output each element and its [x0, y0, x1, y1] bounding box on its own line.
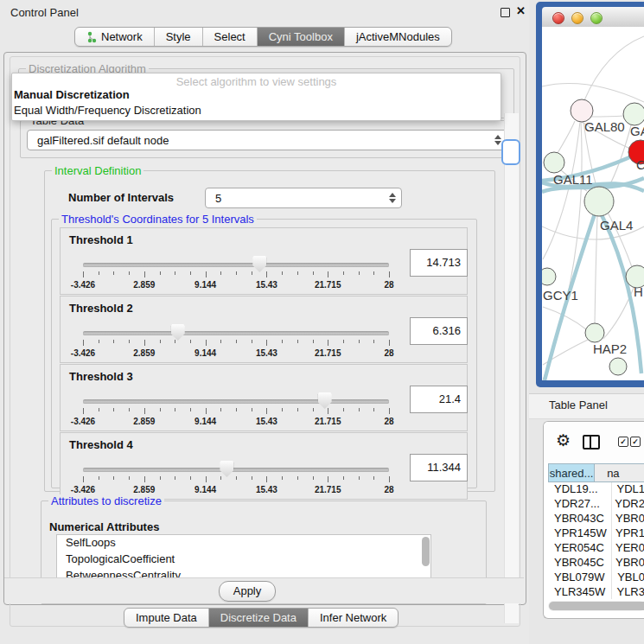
close-traffic-light-icon[interactable]: [552, 12, 564, 24]
threshold-value-field[interactable]: 6.316: [410, 317, 468, 345]
algorithm-option[interactable]: Manual Discretization: [14, 88, 130, 101]
threshold-slider-thumb[interactable]: [171, 324, 185, 341]
network-view-window: GAL80GACGAL11GAL4GCY1HHAP2: [536, 2, 644, 387]
tab-impute-data[interactable]: Impute Data: [124, 609, 208, 627]
network-node[interactable]: [623, 103, 644, 125]
table-cell: YPR145W: [548, 526, 609, 541]
slider-tick: [266, 408, 267, 414]
slider-tick: [113, 271, 114, 275]
network-graph: GAL80GACGAL11GAL4GCY1HHAP2: [542, 27, 644, 380]
threshold-slider-track[interactable]: [83, 331, 389, 335]
table-hscrollbar-thumb[interactable]: [549, 602, 644, 610]
slider-tick: [343, 476, 344, 480]
table-cell: YDR2: [609, 497, 644, 512]
table-row[interactable]: YBR043CYBR0: [548, 512, 644, 526]
tab-label: Impute Data: [136, 611, 197, 624]
gear-icon[interactable]: ⚙: [556, 432, 571, 449]
slider-tick-label: 28: [384, 348, 393, 358]
slider-tick: [99, 476, 99, 480]
top-tab-bar: NetworkStyleSelectCyni ToolboxjActiveMNo…: [74, 27, 452, 47]
table-cell: YDL19...: [548, 482, 610, 497]
apply-button[interactable]: Apply: [219, 581, 276, 602]
slider-tick: [160, 476, 161, 480]
table-row[interactable]: YDR27...YDR2: [548, 497, 644, 512]
network-node-label: GAL80: [584, 119, 625, 134]
number-of-intervals-combobox[interactable]: 5: [205, 188, 402, 208]
network-node[interactable]: [542, 268, 556, 285]
table-cell: YBL079W: [548, 571, 611, 585]
table-data-combobox[interactable]: galFiltered.sif default node: [27, 130, 507, 150]
slider-tick: [206, 408, 207, 414]
numerical-attributes-list[interactable]: SelfLoopsTopologicalCoefficientBetweenne…: [56, 534, 431, 579]
slider-tick-label: 15.43: [256, 348, 277, 358]
slider-tick-label: 9.144: [194, 348, 216, 358]
attribute-list-item[interactable]: TopologicalCoefficient: [57, 552, 430, 568]
float-window-icon[interactable]: [501, 8, 510, 17]
network-icon: [86, 31, 97, 43]
table-hscrollbar-track[interactable]: [548, 601, 644, 611]
table-cell: YBR045C: [548, 556, 609, 571]
threshold-value-field[interactable]: 21.4: [410, 386, 468, 413]
slider-tick: [144, 340, 145, 346]
slider-tick: [220, 408, 221, 411]
checkbox-checked-icon[interactable]: ✓: [630, 437, 641, 447]
table-row[interactable]: YPR145WYPR1: [548, 526, 644, 541]
slider-tick: [297, 340, 298, 343]
slider-tick: [175, 408, 175, 411]
slider-tick: [389, 476, 390, 482]
minimize-traffic-light-icon[interactable]: [571, 12, 583, 24]
threshold-value-field[interactable]: 14.713: [410, 249, 468, 277]
network-node[interactable]: [609, 358, 627, 375]
slider-tick-label: 9.144: [194, 417, 216, 426]
tab-cyni-toolbox[interactable]: Cyni Toolbox: [257, 28, 344, 46]
slider-tick: [359, 476, 360, 480]
cyni-toolbox-panel: Discretization Algorithm Table Data galF…: [3, 52, 526, 605]
table-cell: YER0: [609, 541, 644, 556]
zoom-traffic-light-icon[interactable]: [590, 12, 603, 24]
table-row[interactable]: YER054CYER0: [548, 541, 644, 556]
algorithm-option[interactable]: Equal Width/Frequency Discretization: [14, 104, 201, 117]
slider-tick: [144, 476, 145, 482]
slider-tick: [389, 340, 390, 346]
table-row[interactable]: YLR345WYLR3: [548, 585, 644, 599]
tab-network[interactable]: Network: [75, 28, 154, 46]
slider-tick: [297, 476, 298, 480]
tab-jactivemnodules[interactable]: jActiveMNodules: [344, 28, 451, 46]
threshold-value-field[interactable]: 11.344: [410, 454, 468, 481]
network-canvas[interactable]: GAL80GACGAL11GAL4GCY1HHAP2: [542, 27, 644, 380]
tab-infer-network[interactable]: Infer Network: [308, 609, 398, 627]
slider-tick: [373, 271, 374, 275]
threshold-slider-track[interactable]: [83, 468, 389, 472]
list-scrollbar[interactable]: [422, 537, 430, 566]
network-node[interactable]: [584, 187, 614, 216]
column-header-name[interactable]: na: [595, 463, 644, 482]
split-panel-icon[interactable]: [583, 435, 600, 450]
tab-style[interactable]: Style: [154, 28, 202, 46]
tab-select[interactable]: Select: [202, 28, 257, 46]
network-node[interactable]: [544, 152, 564, 173]
panel-scrollbar-track[interactable]: [504, 113, 519, 623]
slider-tick: [144, 271, 145, 277]
slider-tick-label: 15.43: [256, 280, 277, 290]
threshold-slider-thumb[interactable]: [252, 256, 266, 272]
threshold-slider-thumb[interactable]: [318, 392, 332, 409]
tab-discretize-data[interactable]: Discretize Data: [208, 609, 308, 627]
table-row[interactable]: YBR045CYBR0: [548, 556, 644, 571]
table-row[interactable]: YDL19...YDL1: [548, 482, 644, 497]
column-header-shared-name[interactable]: shared...: [548, 463, 595, 482]
table-cell: YBR043C: [548, 512, 609, 526]
threshold-slider-track[interactable]: [83, 399, 389, 404]
slider-tick: [175, 476, 175, 480]
threshold-slider-thumb[interactable]: [220, 461, 233, 477]
network-node[interactable]: [585, 323, 604, 342]
table-row[interactable]: YBL079WYBL0: [548, 571, 644, 585]
table-cell: YBR0: [609, 556, 644, 571]
threshold-panel: Threshold 1-3.4262.8599.14415.4321.71528…: [60, 227, 468, 295]
network-node-label: HAP2: [593, 341, 627, 356]
close-icon[interactable]: ✕: [516, 4, 526, 17]
threshold-slider-track[interactable]: [83, 263, 389, 267]
algorithm-combobox[interactable]: [501, 139, 520, 165]
attribute-list-item[interactable]: SelfLoops: [57, 535, 430, 552]
checkbox-checked-icon[interactable]: ✓: [618, 437, 628, 447]
number-of-intervals-label: Number of Intervals: [68, 191, 174, 204]
